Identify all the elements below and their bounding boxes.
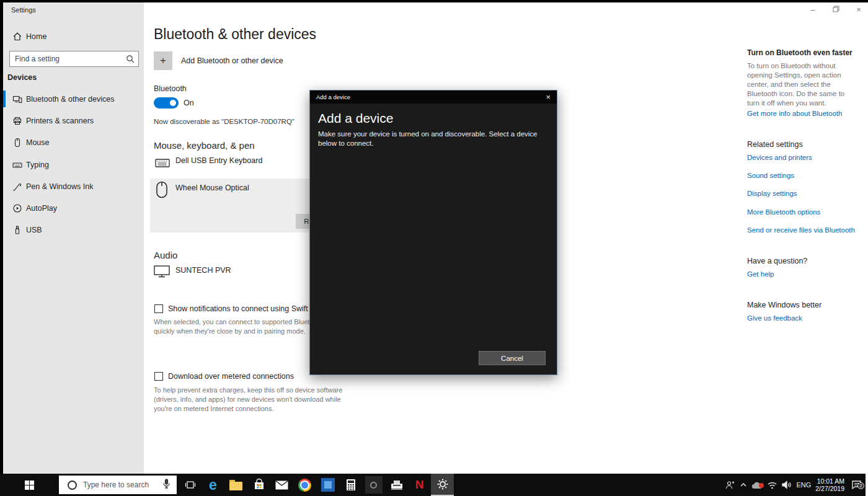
taskbar-app-chrome[interactable] [293, 474, 316, 496]
start-button[interactable] [20, 474, 38, 496]
related-settings-title: Related settings [747, 140, 803, 149]
dialog-heading: Add a device [318, 111, 393, 126]
swift-pair-checkbox[interactable] [154, 304, 163, 313]
discoverable-text: Now discoverable as “DESKTOP-70D07RQ” [154, 118, 294, 125]
add-device-button[interactable]: + [154, 51, 172, 70]
sidebar-item-label: Typing [26, 161, 49, 169]
audio-section-title: Audio [154, 250, 177, 260]
screen-edge-artifact [866, 474, 868, 496]
clock[interactable]: 10:01 AM 2/27/2019 [815, 477, 844, 492]
dialog-body-text: Make sure your device is turned on and d… [318, 130, 550, 148]
page-title: Bluetooth & other devices [154, 26, 316, 43]
dialog-titlebar-text: Add a device [316, 94, 350, 100]
taskbar-app-store[interactable] [247, 474, 270, 496]
sidebar-item-label: Pen & Windows Ink [26, 182, 93, 191]
taskbar-app-file-explorer[interactable] [224, 474, 247, 496]
sidebar-item-typing[interactable]: Typing [3, 156, 144, 174]
time-text: 10:01 AM [815, 477, 844, 485]
bluetooth-toggle[interactable] [154, 97, 179, 108]
sidebar-item-autoplay[interactable]: AutoPlay [3, 199, 144, 218]
volume-icon[interactable] [782, 480, 792, 489]
add-device-label[interactable]: Add Bluetooth or other device [181, 56, 283, 65]
close-button[interactable]: × [852, 5, 866, 16]
sidebar-home-label: Home [26, 32, 46, 41]
cancel-button[interactable]: Cancel [479, 351, 546, 365]
sidebar-item-label: Bluetooth & other devices [26, 95, 114, 104]
question-title: Have a question? [747, 257, 807, 265]
sidebar-item-mouse[interactable]: Mouse [3, 133, 144, 152]
sidebar-item-printers[interactable]: Printers & scanners [3, 112, 144, 130]
devices-printers-link[interactable]: Devices and printers [747, 154, 812, 161]
device-name[interactable]: Wheel Mouse Optical [175, 184, 249, 192]
date-text: 2/27/2019 [815, 485, 844, 492]
usb-icon [12, 225, 22, 235]
sidebar-item-home[interactable]: Home [3, 27, 144, 46]
taskbar-app-netflix[interactable]: N [408, 474, 431, 496]
language-indicator[interactable]: ENG [796, 481, 811, 489]
more-bluetooth-options-link[interactable]: More Bluetooth options [747, 208, 820, 216]
search-icon[interactable] [126, 55, 135, 66]
onedrive-icon[interactable] [751, 481, 763, 489]
sidebar-item-usb[interactable]: USB [3, 221, 144, 239]
bluetooth-info-link[interactable]: Get more info about Bluetooth [747, 110, 859, 117]
chrome-icon [298, 479, 311, 492]
mouse-icon [12, 138, 22, 148]
device-name[interactable]: SUNTECH PVR [175, 266, 231, 275]
taskbar-app-camera[interactable] [362, 474, 385, 496]
mouse-device-icon [156, 181, 168, 201]
metered-label[interactable]: Download over metered connections [168, 372, 294, 381]
home-icon [12, 32, 22, 42]
devices-icon [12, 94, 22, 104]
feedback-link[interactable]: Give us feedback [747, 314, 802, 322]
display-settings-link[interactable]: Display settings [747, 190, 797, 197]
sidebar-item-label: USB [26, 226, 42, 234]
sidebar-item-label: Printers & scanners [26, 117, 94, 125]
sidebar-item-bluetooth[interactable]: Bluetooth & other devices [3, 90, 144, 108]
bluetooth-label: Bluetooth [154, 84, 187, 93]
microphone-icon[interactable] [162, 479, 170, 492]
swift-pair-label[interactable]: Show notifications to connect using Swif… [168, 304, 324, 313]
task-view-button[interactable] [179, 474, 202, 496]
taskbar: Type here to search e [0, 474, 866, 496]
pen-icon [12, 182, 22, 192]
sidebar-item-label: Mouse [26, 138, 50, 147]
printer-icon [12, 116, 22, 126]
task-view-icon [185, 480, 196, 490]
taskbar-app-photos[interactable] [316, 474, 339, 496]
wifi-icon[interactable] [767, 481, 777, 489]
taskbar-app-calculator[interactable] [339, 474, 362, 496]
sidebar-item-label: AutoPlay [26, 204, 57, 213]
taskbar-search-placeholder: Type here to search [83, 480, 149, 489]
photos-icon [321, 478, 335, 492]
tip-title: Turn on Bluetooth even faster [747, 48, 852, 57]
tray-chevron-up-icon[interactable] [740, 482, 747, 488]
minimize-button[interactable]: – [806, 5, 820, 16]
mail-icon [275, 480, 288, 490]
taskbar-app-scanner[interactable] [385, 474, 408, 496]
taskbar-search[interactable]: Type here to search [59, 476, 177, 494]
edge-icon: e [209, 478, 217, 492]
sidebar-section-label: Devices [7, 73, 37, 82]
taskbar-app-mail[interactable] [270, 474, 293, 496]
people-icon[interactable] [725, 480, 735, 489]
search-input[interactable] [9, 51, 139, 67]
taskbar-app-settings[interactable] [431, 474, 454, 496]
send-receive-files-link[interactable]: Send or receive files via Bluetooth [747, 226, 855, 234]
keyboard-icon [12, 160, 22, 170]
dialog-close-icon[interactable]: × [546, 93, 551, 101]
settings-gear-icon [436, 478, 449, 490]
get-help-link[interactable]: Get help [747, 270, 774, 278]
metered-checkbox[interactable] [154, 372, 163, 381]
better-title: Make Windows better [747, 301, 822, 309]
add-device-dialog: Add a device × Add a device Make sure yo… [309, 90, 557, 375]
file-explorer-icon [229, 482, 242, 490]
action-center-button[interactable]: 2 [851, 480, 862, 490]
sound-settings-link[interactable]: Sound settings [747, 172, 794, 179]
taskbar-app-edge[interactable]: e [202, 474, 224, 496]
restore-icon [833, 6, 839, 12]
sidebar-item-pen[interactable]: Pen & Windows Ink [3, 177, 144, 196]
restore-button[interactable] [829, 5, 843, 16]
calculator-icon [346, 479, 356, 491]
device-name[interactable]: Dell USB Entry Keyboard [175, 156, 262, 165]
toggle-knob [170, 100, 176, 106]
